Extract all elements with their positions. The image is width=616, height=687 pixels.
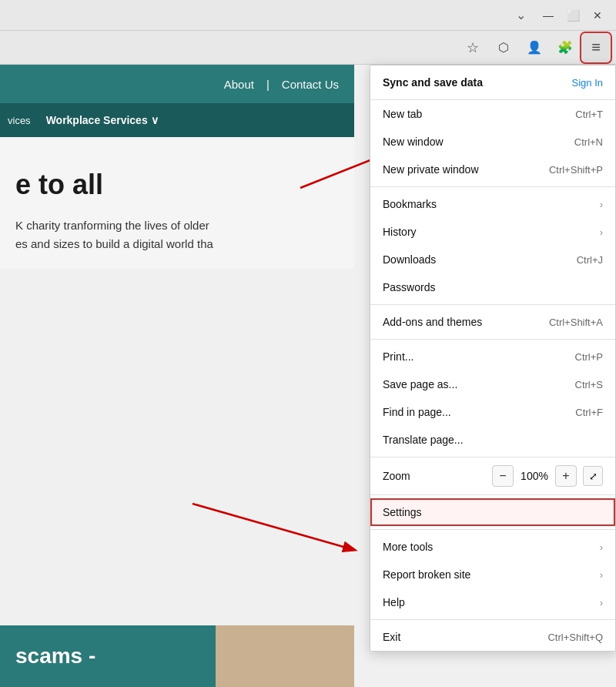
arrow-bookmarks: › (600, 199, 603, 210)
sync-row: Sync and save data Sign In (370, 65, 615, 100)
dropdown-menu: Sync and save data Sign In New tab Ctrl+… (370, 65, 616, 652)
label-passwords: Passwords (383, 281, 435, 293)
menu-item-save-page[interactable]: Save page as... Ctrl+S (370, 370, 615, 398)
label-more-tools: More tools (383, 541, 433, 553)
menu-item-new-tab[interactable]: New tab Ctrl+T (370, 100, 615, 128)
zoom-value: 100% (520, 470, 549, 482)
label-settings: Settings (383, 506, 422, 518)
chevron-down-area[interactable]: ⌄ (505, 8, 536, 22)
shortcut-downloads: Ctrl+J (577, 254, 603, 266)
restore-icon: ⬜ (567, 9, 580, 22)
menu-item-history[interactable]: History › (370, 218, 615, 246)
label-report: Report broken site (383, 568, 470, 581)
menu-item-settings[interactable]: Settings (370, 498, 615, 526)
website-background: About | Contact Us vices Workplace Servi… (0, 65, 354, 687)
menu-item-bookmarks[interactable]: Bookmarks › (370, 190, 615, 218)
label-new-private-window: New private window (383, 163, 479, 176)
menu-item-new-window[interactable]: New window Ctrl+N (370, 128, 615, 156)
minimize-icon: — (543, 9, 554, 22)
toolbar: ☆ ⬡ 👤 🧩 ≡ (0, 31, 616, 65)
extensions-icon: 🧩 (557, 40, 573, 55)
site-content: e to all K charity tranforming the lives… (0, 137, 354, 269)
site-submenu-bar: vices Workplace Services ∨ (0, 103, 354, 137)
shortcut-exit: Ctrl+Shift+Q (547, 632, 603, 643)
menu-item-passwords[interactable]: Passwords (370, 273, 615, 301)
zoom-out-button[interactable]: − (492, 465, 514, 487)
hero-sub-line2: es and sizes to build a digital world th… (15, 235, 339, 253)
menu-divider (370, 529, 615, 530)
bookmark-icon: ☆ (467, 39, 479, 56)
menu-divider (370, 457, 615, 457)
chevron-down-icon: ⌄ (516, 8, 526, 22)
contact-link[interactable]: Contact Us (282, 78, 339, 91)
label-new-tab: New tab (383, 108, 422, 120)
label-downloads: Downloads (383, 253, 436, 266)
menu-item-addons[interactable]: Add-ons and themes Ctrl+Shift+A (370, 308, 615, 336)
label-find: Find in page... (383, 406, 451, 418)
minimize-button[interactable]: — (536, 5, 561, 26)
workplace-services-label: Workplace Services (46, 114, 148, 126)
label-bookmarks: Bookmarks (383, 198, 437, 210)
menu-item-translate[interactable]: Translate page... (370, 426, 615, 454)
menu-item-report[interactable]: Report broken site › (370, 561, 615, 588)
menu-item-more-tools[interactable]: More tools › (370, 533, 615, 561)
shortcut-new-private-window: Ctrl+Shift+P (549, 164, 603, 176)
profile-button[interactable]: 👤 (521, 34, 548, 62)
pocket-icon: ⬡ (498, 40, 509, 55)
label-addons: Add-ons and themes (383, 316, 482, 328)
signin-button[interactable]: Sign In (572, 77, 603, 89)
zoom-fullscreen-button[interactable]: ⤢ (583, 466, 603, 486)
menu-divider (370, 339, 615, 340)
bookmark-button[interactable]: ☆ (459, 34, 487, 62)
arrow-report: › (600, 569, 603, 581)
shortcut-new-tab: Ctrl+T (575, 109, 603, 120)
site-thumbnail (216, 625, 354, 687)
hero-title: e to all (15, 168, 339, 201)
shortcut-new-window: Ctrl+N (574, 136, 603, 148)
menu-item-print[interactable]: Print... Ctrl+P (370, 343, 615, 370)
arrow-help: › (600, 597, 603, 608)
nav-divider: | (266, 78, 270, 91)
arrow-history: › (600, 226, 603, 238)
menu-divider (370, 619, 615, 620)
extensions-button[interactable]: 🧩 (551, 34, 579, 62)
hero-sub: K charity tranforming the lives of older… (15, 216, 339, 253)
submenu-arrow-icon: ∨ (151, 114, 159, 126)
shortcut-addons: Ctrl+Shift+A (549, 317, 603, 328)
menu-divider (370, 304, 615, 305)
menu-item-help[interactable]: Help › (370, 588, 615, 616)
site-nav: About | Contact Us (0, 65, 354, 103)
label-translate: Translate page... (383, 434, 464, 446)
label-help: Help (383, 596, 405, 608)
menu-items-container: New tab Ctrl+T New window Ctrl+N New pri… (370, 100, 615, 651)
close-button[interactable]: ✕ (585, 5, 610, 26)
arrow-more-tools: › (600, 541, 603, 553)
label-save-page: Save page as... (383, 378, 457, 390)
about-link[interactable]: About (224, 78, 254, 91)
zoom-in-button[interactable]: + (555, 465, 577, 487)
label-history: History (383, 226, 417, 238)
shortcut-find: Ctrl+F (575, 407, 603, 418)
sync-label: Sync and save data (383, 76, 483, 89)
close-icon: ✕ (593, 9, 602, 22)
menu-divider (370, 186, 615, 187)
menu-button[interactable]: ≡ (582, 34, 610, 62)
shortcut-save-page: Ctrl+S (575, 379, 603, 390)
zoom-controls: − 100% + ⤢ (492, 465, 603, 487)
menu-item-find[interactable]: Find in page... Ctrl+F (370, 398, 615, 426)
workplace-services-item[interactable]: Workplace Services ∨ (46, 114, 159, 126)
pocket-button[interactable]: ⬡ (490, 34, 517, 62)
label-exit: Exit (383, 631, 400, 643)
menu-item-new-private-window[interactable]: New private window Ctrl+Shift+P (370, 156, 615, 183)
hamburger-icon: ≡ (591, 39, 601, 56)
services-label: vices (8, 115, 31, 126)
bottom-text: scams - (15, 644, 95, 669)
shortcut-print: Ctrl+P (575, 351, 603, 363)
menu-item-exit[interactable]: Exit Ctrl+Shift+Q (370, 623, 615, 651)
menu-item-downloads[interactable]: Downloads Ctrl+J (370, 246, 615, 273)
restore-button[interactable]: ⬜ (561, 5, 585, 26)
label-print: Print... (383, 350, 413, 363)
profile-icon: 👤 (527, 40, 542, 55)
menu-divider (370, 494, 615, 495)
browser-chrome: ⌄ — ⬜ ✕ (0, 0, 616, 31)
